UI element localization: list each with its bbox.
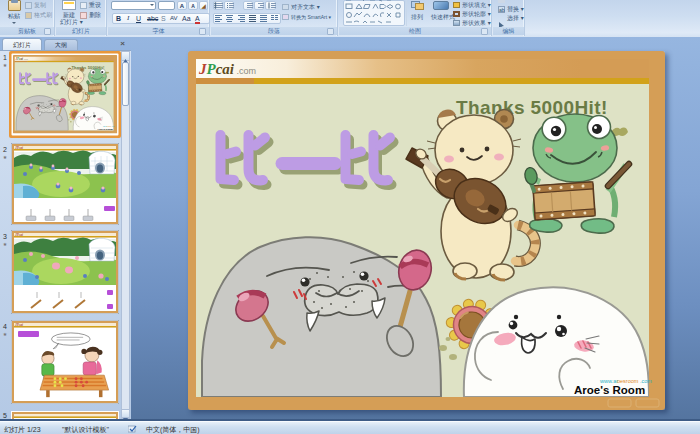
- svg-text:Aroe's Room: Aroe's Room: [574, 384, 645, 396]
